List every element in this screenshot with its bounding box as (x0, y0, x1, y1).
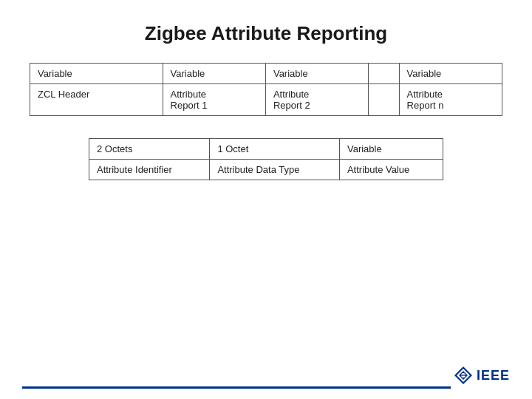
bottom-table: 2 Octets 1 Octet Variable Attribute Iden… (89, 138, 443, 180)
cell-variable-1: Variable (30, 64, 163, 84)
bottom-table-wrapper: 2 Octets 1 Octet Variable Attribute Iden… (89, 138, 443, 180)
cell-attr-value: Attribute Value (339, 160, 443, 180)
ieee-logo: IEEE (453, 365, 510, 386)
table-row: Variable Variable Variable Variable (30, 64, 502, 84)
bottom-line (22, 386, 451, 389)
cell-2-octets: 2 Octets (89, 139, 210, 160)
cell-variable-2: Variable (163, 64, 265, 84)
svg-rect-4 (461, 375, 466, 376)
cell-1-octet: 1 Octet (210, 139, 340, 160)
cell-empty-1 (369, 64, 399, 84)
cell-attr-report-1: AttributeReport 1 (163, 84, 265, 116)
page-title: Zigbee Attribute Reporting (30, 22, 502, 45)
page-container: Zigbee Attribute Reporting Variable Vari… (0, 0, 532, 399)
cell-variable-bottom: Variable (339, 139, 443, 160)
cell-attr-report-2: AttributeReport 2 (265, 84, 368, 116)
cell-variable-4: Variable (399, 64, 502, 84)
table-row: ZCL Header AttributeReport 1 AttributeRe… (30, 84, 502, 116)
table-row: Attribute Identifier Attribute Data Type… (89, 160, 443, 180)
cell-attr-data-type: Attribute Data Type (210, 160, 340, 180)
table-row: 2 Octets 1 Octet Variable (89, 139, 443, 160)
ieee-diamond-icon (453, 365, 474, 386)
cell-attr-identifier: Attribute Identifier (89, 160, 210, 180)
ieee-text: IEEE (477, 368, 510, 383)
cell-zcl-header: ZCL Header (30, 84, 163, 116)
cell-variable-3: Variable (265, 64, 368, 84)
top-table: Variable Variable Variable Variable ZCL … (30, 63, 502, 116)
cell-attr-report-n: AttributeReport n (399, 84, 502, 116)
cell-empty-2 (369, 84, 399, 116)
